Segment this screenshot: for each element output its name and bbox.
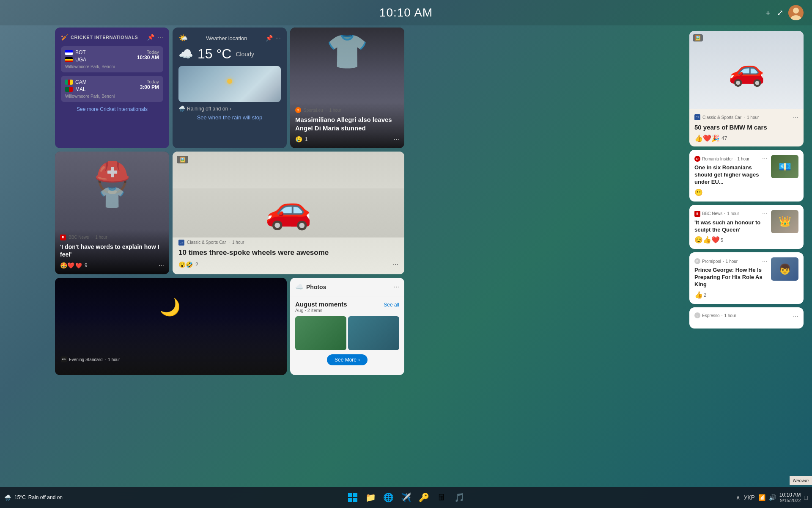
bbc-icon-1: B: [60, 235, 66, 240]
edge-button[interactable]: 🌐: [380, 489, 396, 505]
dimaria-news-card[interactable]: 👕 S Sportal.eu · 1 hour Massimiliano All…: [290, 28, 404, 148]
espresso-card[interactable]: ○ Espresso · 1 hour ···: [689, 307, 804, 329]
prince-george-reactions: 👍 2: [694, 291, 768, 299]
prince-george-source-row: P Promipool · 1 hour ···: [694, 257, 768, 265]
dimaria-source: Sportal.eu: [304, 108, 323, 113]
cricket-player-card[interactable]: ⛑️ 👕 B BBC News · 1 hour 'I don't have w…: [55, 152, 169, 274]
dimaria-source-row: S Sportal.eu · 1 hour: [295, 107, 399, 113]
see-more-cricket-link[interactable]: See more Cricket Internationals: [61, 106, 163, 112]
sportal-icon: S: [295, 107, 301, 113]
match-day-2: Today: [140, 79, 159, 84]
weather-menu-button[interactable]: ···: [275, 34, 281, 42]
user-avatar[interactable]: [788, 5, 804, 20]
dimaria-title: Massimiliano Allegri also leaves Angel D…: [295, 116, 399, 132]
chevron-up-icon[interactable]: ∧: [736, 494, 740, 501]
romania-content: R Romania Insider · 1 hour ··· One in si…: [694, 155, 768, 196]
night-photo-source: Evening Standard: [69, 357, 103, 362]
clock-display: 10:10 AM: [379, 6, 433, 19]
weather-location-dot: [227, 79, 232, 84]
notification-icon[interactable]: □: [804, 494, 808, 501]
bmw-card[interactable]: 🖼️ 🚗 CS Classic & Sports Car · 1 hour ··…: [689, 31, 804, 146]
weather-temp: 15 °C: [198, 46, 231, 62]
pin-weather-button[interactable]: 📌: [266, 34, 273, 42]
bbc-queen-card[interactable]: B BBC News · 1 hour ··· 'It was such an …: [689, 205, 804, 249]
edge-icon: 🌐: [383, 492, 394, 502]
onepassword-button[interactable]: 🔑: [416, 489, 432, 505]
svg-rect-3: [348, 493, 352, 497]
romania-emoji: 😶: [694, 188, 768, 196]
player-silhouette: 👕: [326, 32, 368, 72]
heart-icon-1: ❤️: [75, 262, 82, 269]
saab-menu-button[interactable]: ···: [393, 261, 398, 268]
match-time-2: Today 3:00 PM: [140, 79, 159, 90]
saab-source-row: CS Classic & Sports Car · 1 hour: [178, 240, 398, 246]
cricket-title-row: 🏏 CRICKET INTERNATIONALS: [61, 34, 138, 41]
saab-photo-icon: 🖼️: [177, 156, 188, 163]
header-controls: ＋ ⤢: [764, 5, 804, 20]
bmw-menu-button[interactable]: ···: [793, 113, 798, 121]
flag-mal: [65, 87, 73, 92]
team-cam: CAM: [65, 79, 87, 85]
see-more-button[interactable]: See More ›: [327, 354, 368, 365]
bbc-queen-emoji: 😊👍❤️: [694, 236, 720, 244]
dimaria-overlay: S Sportal.eu · 1 hour Massimiliano Alleg…: [290, 102, 404, 148]
spotify-button[interactable]: 🎵: [451, 489, 467, 505]
wifi-icon[interactable]: 📶: [758, 494, 765, 501]
language-button[interactable]: УКР: [743, 494, 754, 501]
team-list-1: BOT UGA: [65, 50, 86, 63]
photos-menu-button[interactable]: ···: [394, 283, 399, 291]
prince-george-source-text: Promipool: [702, 259, 721, 264]
calculator-button[interactable]: 🖩: [433, 489, 450, 505]
prince-george-menu-button[interactable]: ···: [762, 257, 768, 265]
cricket-menu-button[interactable]: ···: [158, 33, 163, 41]
weather-location: Weather location: [206, 35, 247, 41]
photos-title-row: ☁️ Photos: [295, 283, 326, 291]
match-row-1[interactable]: BOT UGA Today 10:30 AM Willowmoore Park,…: [61, 46, 163, 72]
svg-rect-5: [348, 498, 352, 502]
bbc-queen-count: 5: [721, 237, 723, 243]
espresso-icon: ○: [694, 312, 700, 318]
taskbar-weather[interactable]: 15°C Rain off and on: [14, 494, 63, 500]
expand-button[interactable]: ⤢: [777, 9, 783, 17]
add-widget-button[interactable]: ＋: [764, 9, 772, 17]
start-button[interactable]: [345, 489, 361, 505]
saab-news-card[interactable]: 🖼️ 🚗 CS Classic & Sports Car · 1 hour 10…: [173, 152, 404, 274]
night-photo-card[interactable]: 🌙 ES Evening Standard · 1 hour: [55, 278, 287, 375]
saab-title: 10 times three-spoke wheels were awesome: [178, 248, 398, 257]
saab-car-icon: 🚗: [265, 187, 312, 232]
photo-thumb-1[interactable]: [295, 316, 346, 350]
weather-condition: Cloudy: [236, 51, 254, 58]
see-rain-stop-link[interactable]: See when the rain will stop: [178, 114, 281, 121]
bbc-queen-menu-button[interactable]: ···: [762, 210, 768, 218]
header: 10:10 AM ＋ ⤢: [0, 0, 812, 25]
evening-standard-icon: ES: [61, 356, 67, 362]
prince-george-card[interactable]: P Promipool · 1 hour ··· Prince George: …: [689, 252, 804, 304]
taskbar-clock[interactable]: 10:10 AM 9/15/2022: [779, 492, 801, 503]
cricket-widget: 🏏 CRICKET INTERNATIONALS 📌 ··· BOT UGA: [55, 28, 169, 148]
bmw-photo-icon: 🖼️: [693, 34, 703, 41]
telegram-button[interactable]: ✈️: [398, 489, 414, 505]
bmw-image: 🖼️ 🚗: [689, 31, 804, 109]
bbc-icon-2: B: [694, 211, 700, 217]
team-mal-name: MAL: [75, 86, 86, 92]
cricket-player-emoji: 🤩❤️: [60, 262, 74, 269]
telegram-icon: ✈️: [401, 492, 411, 502]
pin-cricket-button[interactable]: 📌: [147, 33, 154, 41]
photos-see-all[interactable]: See all: [384, 302, 399, 308]
photos-album-sub: Aug · 2 items: [295, 308, 399, 313]
match-row-2[interactable]: CAM MAL Today 3:00 PM Willowmoore Park, …: [61, 76, 163, 102]
taskbar-center: 📁 🌐 ✈️ 🔑 🖩 🎵: [345, 489, 467, 505]
cricket-player-menu-button[interactable]: ···: [159, 262, 164, 269]
file-explorer-button[interactable]: 📁: [362, 489, 379, 505]
romania-menu-button[interactable]: ···: [762, 155, 768, 163]
photos-header: ☁️ Photos ···: [290, 278, 404, 296]
rain-icon: 🌧️: [178, 105, 185, 112]
bbc-queen-title: 'It was such an honour to sculpt the Que…: [694, 219, 768, 234]
globe-icon: 🏏: [61, 34, 68, 41]
dimaria-menu-button[interactable]: ···: [394, 135, 399, 143]
volume-icon[interactable]: 🔊: [769, 494, 776, 501]
photo-thumb-2[interactable]: [348, 316, 399, 350]
espresso-menu-button[interactable]: ···: [793, 312, 798, 320]
romania-card[interactable]: R Romania Insider · 1 hour ··· One in si…: [689, 150, 804, 202]
cloud-icon: ☁️: [178, 47, 193, 61]
